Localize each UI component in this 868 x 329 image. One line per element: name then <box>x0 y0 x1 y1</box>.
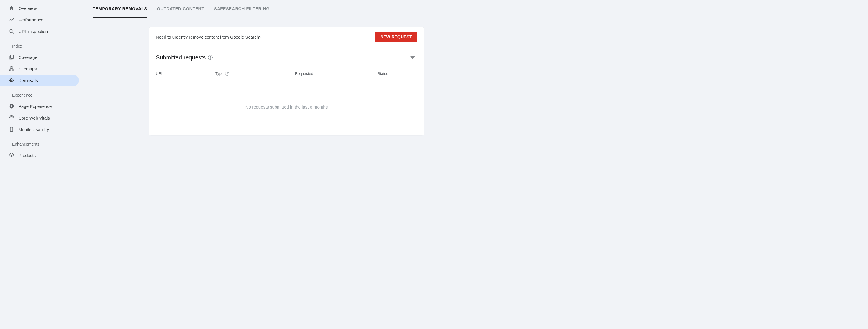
section-header-experience[interactable]: Experience <box>0 90 81 100</box>
sidebar-item-mobile-usability[interactable]: Mobile Usability <box>0 124 79 135</box>
sidebar-item-overview[interactable]: Overview <box>0 2 79 14</box>
sidebar-item-label: Coverage <box>19 55 37 60</box>
sidebar-item-label: Sitemaps <box>19 66 37 72</box>
svg-point-0 <box>9 29 13 33</box>
filter-icon <box>410 55 415 60</box>
section-header-index[interactable]: Index <box>0 41 81 51</box>
help-icon[interactable]: ? <box>208 55 213 60</box>
sidebar-item-label: Performance <box>19 18 43 22</box>
sidebar-item-label: Mobile Usability <box>19 127 49 132</box>
divider <box>5 137 76 137</box>
divider <box>5 39 76 39</box>
sitemap-icon <box>9 66 14 72</box>
tab-outdated-content[interactable]: OUTDATED CONTENT <box>157 0 204 18</box>
svg-rect-3 <box>9 70 11 71</box>
gauge-icon <box>9 115 14 121</box>
sidebar-item-label: Products <box>19 153 36 158</box>
sidebar-item-label: Page Experience <box>19 104 52 109</box>
chevron-down-icon <box>6 143 9 146</box>
submitted-requests-card: Need to urgently remove content from Goo… <box>149 27 424 136</box>
trend-icon <box>9 17 14 23</box>
help-icon[interactable]: ? <box>225 72 229 76</box>
column-header-requested: Requested <box>295 72 377 76</box>
tab-safesearch-filtering[interactable]: SAFESEARCH FILTERING <box>214 0 270 18</box>
section-title: Index <box>12 44 22 49</box>
sidebar-item-label: URL inspection <box>19 29 48 34</box>
main-content: TEMPORARY REMOVALS OUTDATED CONTENT SAFE… <box>81 0 868 329</box>
svg-rect-4 <box>12 70 14 71</box>
section-header-enhancements[interactable]: Enhancements <box>0 139 81 149</box>
sidebar-item-label: Core Web Vitals <box>19 115 50 120</box>
table-header-row: URL Type ? Requested Status <box>149 66 424 81</box>
sidebar-item-label: Removals <box>19 78 38 83</box>
pages-icon <box>9 54 14 60</box>
card-header: Submitted requests ? <box>149 47 424 66</box>
column-header-url: URL <box>156 72 215 76</box>
section-title: Enhancements <box>12 142 39 146</box>
section-title: Experience <box>12 93 32 98</box>
column-header-type: Type ? <box>215 72 295 76</box>
sidebar-item-coverage[interactable]: Coverage <box>0 51 79 63</box>
sidebar-item-performance[interactable]: Performance <box>0 14 79 26</box>
sidebar-item-url-inspection[interactable]: URL inspection <box>0 26 79 37</box>
filter-button[interactable] <box>408 53 417 62</box>
empty-state-message: No requests submitted in the last 6 mont… <box>149 81 424 136</box>
card-prompt-row: Need to urgently remove content from Goo… <box>149 27 424 47</box>
new-request-button[interactable]: NEW REQUEST <box>375 32 417 42</box>
sidebar-item-core-web-vitals[interactable]: Core Web Vitals <box>0 112 79 124</box>
card-prompt-text: Need to urgently remove content from Goo… <box>156 34 261 39</box>
tab-temporary-removals[interactable]: TEMPORARY REMOVALS <box>93 0 147 18</box>
card-title: Submitted requests ? <box>156 54 213 61</box>
eye-off-icon <box>9 78 14 83</box>
svg-rect-2 <box>11 67 12 68</box>
chevron-down-icon <box>6 94 9 97</box>
svg-rect-1 <box>11 55 13 59</box>
badge-icon <box>9 103 14 109</box>
sidebar-item-removals[interactable]: Removals <box>0 75 79 86</box>
chevron-down-icon <box>6 45 9 48</box>
search-icon <box>9 28 14 34</box>
sidebar: Overview Performance URL inspection Inde… <box>0 0 81 329</box>
card-title-text: Submitted requests <box>156 54 206 61</box>
column-header-status: Status <box>377 72 417 76</box>
mobile-icon <box>9 127 14 132</box>
sidebar-item-page-experience[interactable]: Page Experience <box>0 100 79 112</box>
sidebar-item-sitemaps[interactable]: Sitemaps <box>0 63 79 75</box>
layers-icon <box>9 152 14 158</box>
sidebar-item-products[interactable]: Products <box>0 149 79 161</box>
home-icon <box>9 5 14 11</box>
sidebar-item-label: Overview <box>19 6 37 11</box>
tabs: TEMPORARY REMOVALS OUTDATED CONTENT SAFE… <box>88 0 861 18</box>
